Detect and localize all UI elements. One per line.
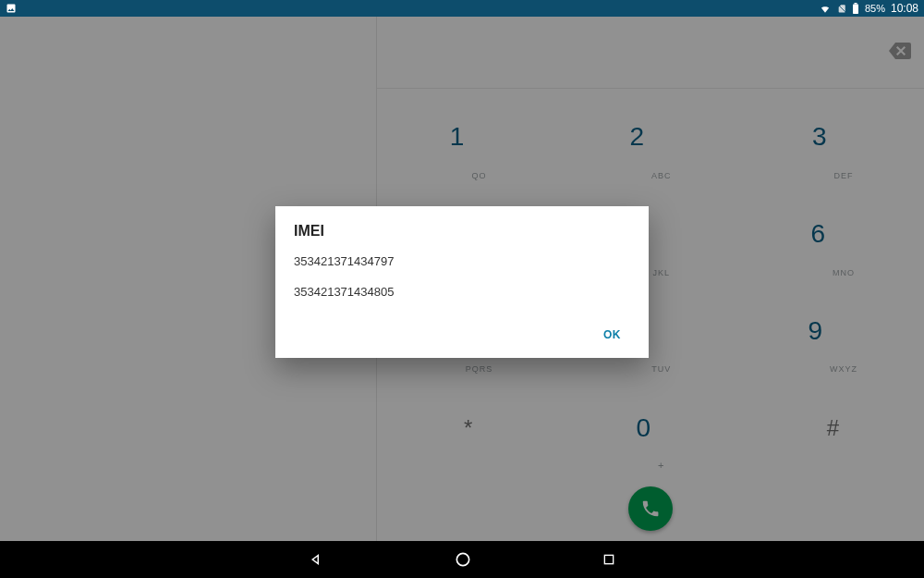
imei-1: 353421371434797: [294, 254, 630, 268]
home-button[interactable]: [454, 550, 472, 569]
no-sim-icon: [837, 3, 846, 14]
battery-icon: [852, 3, 859, 14]
status-bar: 85% 10:08: [0, 0, 924, 17]
dialog-title: IMEI: [294, 223, 630, 240]
imei-2: 353421371434805: [294, 285, 630, 299]
navigation-bar: [0, 541, 924, 578]
svg-rect-4: [604, 555, 613, 563]
svg-point-3: [456, 553, 468, 565]
recents-button[interactable]: [602, 552, 616, 567]
wifi-icon: [819, 4, 832, 14]
svg-rect-1: [853, 5, 858, 15]
svg-rect-2: [854, 3, 857, 5]
imei-dialog: IMEI 353421371434797 353421371434805 OK: [275, 206, 649, 358]
status-time: 10:08: [891, 2, 918, 15]
screen: 85% 10:08 1QO 2ABC 3DEF 4GHI 5JKL 6MNO 7…: [0, 0, 924, 578]
battery-percent: 85%: [865, 3, 885, 14]
image-icon: [6, 3, 17, 14]
ok-button[interactable]: OK: [594, 321, 630, 349]
back-button[interactable]: [308, 551, 324, 568]
